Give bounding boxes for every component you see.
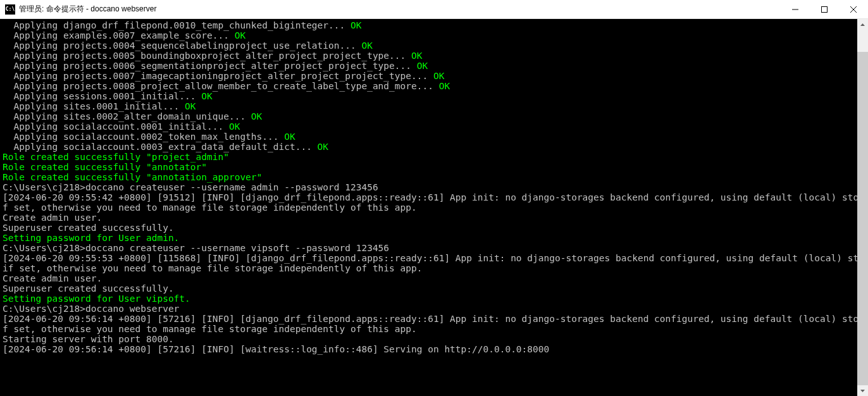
terminal-line: C:\Users\cj218>doccano createuser --user… (3, 243, 865, 253)
terminal-text-segment: Role created successfully "annotator" (3, 162, 207, 172)
terminal-text-segment: OK (406, 51, 422, 61)
terminal-text-segment: Applying socialaccount.0002_token_max_le… (3, 132, 279, 142)
terminal-text-segment: OK (279, 132, 295, 142)
terminal-text-segment: OK (179, 101, 195, 111)
vertical-scrollbar[interactable] (857, 19, 868, 396)
scroll-thumb[interactable] (857, 52, 868, 387)
close-button[interactable] (839, 0, 868, 18)
terminal-text-segment: Applying django_drf_filepond.0010_temp_c… (3, 20, 345, 30)
terminal-line: Superuser created successfully. (3, 283, 865, 294)
terminal-text-segment: OK (356, 40, 373, 51)
terminal-line: f set, otherwise you need to manage file… (3, 202, 865, 213)
terminal-text-segment: Starting server with port 8000. (3, 334, 174, 344)
terminal-text-segment: [2024-06-20 09:55:42 +0800] [91512] [INF… (3, 192, 868, 202)
terminal-text-segment: if set, otherwise you need to manage fil… (3, 263, 422, 273)
cmd-icon: C:\ (5, 4, 15, 15)
terminal-text-segment: Applying projects.0005_boundingboxprojec… (3, 51, 406, 61)
terminal-line: C:\Users\cj218>doccano createuser --user… (3, 182, 865, 192)
terminal-text-segment: C:\Users\cj218>doccano createuser --user… (3, 182, 378, 192)
maximize-button[interactable] (810, 0, 839, 18)
terminal-text-segment: OK (411, 61, 428, 71)
terminal-text-segment: Role created successfully "project_admin… (3, 152, 229, 162)
terminal-text-segment: Create admin user. (3, 213, 102, 223)
terminal-line: Setting password for User admin. (3, 233, 865, 243)
terminal-line: Applying sites.0001_initial... OK (3, 101, 865, 111)
terminal-line: Applying projects.0004_sequencelabelingp… (3, 40, 865, 51)
minimize-button[interactable] (781, 0, 810, 18)
terminal-text-segment: Applying socialaccount.0001_initial... (3, 121, 223, 132)
terminal-text-segment: Applying projects.0004_sequencelabelingp… (3, 40, 356, 51)
terminal-line: if set, otherwise you need to manage fil… (3, 263, 865, 273)
terminal-line: Create admin user. (3, 213, 865, 223)
terminal-text-segment: [2024-06-20 09:56:14 +0800] [57216] [INF… (3, 344, 549, 354)
terminal-line: Setting password for User vipsoft. (3, 294, 865, 304)
terminal-line: Role created successfully "annotator" (3, 162, 865, 172)
terminal-line: C:\Users\cj218>doccano webserver (3, 304, 865, 314)
terminal-line: Applying examples.0007_example_score... … (3, 30, 865, 40)
terminal-text-segment: OK (345, 20, 361, 30)
terminal-text-segment: Applying sessions.0001_initial... (3, 91, 196, 101)
terminal-text-segment: [2024-06-20 09:56:14 +0800] [57216] [INF… (3, 314, 868, 324)
scroll-down-arrow-icon[interactable] (857, 385, 868, 396)
terminal-text-segment: OK (312, 142, 328, 152)
terminal-line: [2024-06-20 09:56:14 +0800] [57216] [INF… (3, 314, 865, 324)
terminal-text-segment: OK (229, 30, 245, 40)
terminal-line: Applying projects.0007_imagecaptioningpr… (3, 71, 865, 81)
terminal-text-segment: Applying socialaccount.0003_extra_data_d… (3, 142, 312, 152)
terminal-line: Applying projects.0006_segmentationproje… (3, 61, 865, 71)
svg-rect-1 (822, 6, 828, 12)
terminal-line: Applying sites.0002_alter_domain_unique.… (3, 111, 865, 121)
terminal-text-segment: C:\Users\cj218>doccano createuser --user… (3, 243, 389, 253)
terminal-text-segment: Applying projects.0008_project_allow_mem… (3, 81, 433, 91)
terminal-line: Applying projects.0008_project_allow_mem… (3, 81, 865, 91)
terminal-text-segment: Applying sites.0001_initial... (3, 101, 179, 111)
terminal-line: [2024-06-20 09:55:42 +0800] [91512] [INF… (3, 192, 865, 202)
terminal-text-segment: C:\Users\cj218>doccano webserver (3, 304, 179, 314)
terminal-text-segment: Applying sites.0002_alter_domain_unique.… (3, 111, 245, 121)
terminal-text-segment: OK (428, 71, 444, 81)
terminal-line: Applying socialaccount.0001_initial... O… (3, 121, 865, 132)
terminal-text-segment: OK (433, 81, 450, 91)
window-title: 管理员: 命令提示符 - doccano webserver (19, 4, 156, 15)
terminal-text-segment: Superuser created successfully. (3, 223, 174, 233)
terminal-line: Role created successfully "annotation_ap… (3, 172, 865, 182)
window-titlebar[interactable]: C:\ 管理员: 命令提示符 - doccano webserver (0, 0, 868, 19)
scroll-up-arrow-icon[interactable] (857, 19, 868, 30)
terminal-text-segment: Applying examples.0007_example_score... (3, 30, 229, 40)
scroll-track[interactable] (857, 30, 868, 385)
terminal-line: Starting server with port 8000. (3, 334, 865, 344)
terminal-line: Applying django_drf_filepond.0010_temp_c… (3, 20, 865, 30)
terminal-text-segment: Applying projects.0007_imagecaptioningpr… (3, 71, 428, 81)
terminal-text-segment: [2024-06-20 09:55:53 +0800] [115868] [IN… (3, 253, 868, 263)
terminal-line: Create admin user. (3, 273, 865, 283)
terminal-line: [2024-06-20 09:55:53 +0800] [115868] [IN… (3, 253, 865, 263)
terminal-text-segment: Create admin user. (3, 273, 102, 283)
terminal-text-segment: OK (245, 111, 262, 121)
terminal-text-segment: Setting password for User admin. (3, 233, 179, 243)
terminal-line: [2024-06-20 09:56:14 +0800] [57216] [INF… (3, 344, 865, 354)
terminal-text-segment: Applying projects.0006_segmentationproje… (3, 61, 411, 71)
terminal-line: Applying socialaccount.0003_extra_data_d… (3, 142, 865, 152)
terminal-text-segment: f set, otherwise you need to manage file… (3, 324, 417, 334)
terminal-line: Applying socialaccount.0002_token_max_le… (3, 132, 865, 142)
terminal-text-segment: OK (223, 121, 240, 132)
terminal-text-segment: f set, otherwise you need to manage file… (3, 202, 417, 213)
terminal-text-segment: Superuser created successfully. (3, 283, 174, 294)
terminal-line: Superuser created successfully. (3, 223, 865, 233)
terminal-line: Applying projects.0005_boundingboxprojec… (3, 51, 865, 61)
terminal-text-segment: OK (196, 91, 213, 101)
terminal-line: Role created successfully "project_admin… (3, 152, 865, 162)
terminal-text-segment: Setting password for User vipsoft. (3, 294, 190, 304)
terminal-output[interactable]: Applying django_drf_filepond.0010_temp_c… (0, 19, 868, 396)
window-controls (781, 0, 868, 18)
terminal-line: f set, otherwise you need to manage file… (3, 324, 865, 334)
terminal-text-segment: Role created successfully "annotation_ap… (3, 172, 262, 182)
terminal-line: Applying sessions.0001_initial... OK (3, 91, 865, 101)
